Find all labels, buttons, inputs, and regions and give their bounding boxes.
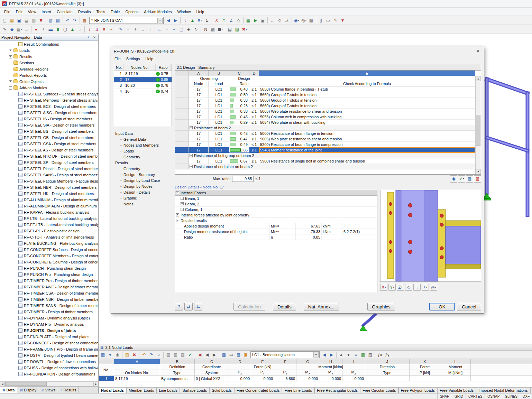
zoom-out-icon[interactable]: − [171, 26, 178, 33]
tree-item-rf-concrete-members-design-of-concrete[interactable]: RF-CONCRETE Members - Design of concrete [0, 253, 98, 259]
row-selector[interactable] [175, 153, 189, 158]
jump-next-icon[interactable]: ▶ [211, 351, 218, 358]
summary-row[interactable]: 17LC10.23≤ 15660) Group of T-stubs in te… [175, 103, 475, 109]
row-selector[interactable] [175, 158, 189, 164]
dialog-titlebar[interactable]: RF-JOINTS - [001626-model-file (3)] ✕ [111, 47, 484, 55]
tree-item-rf-concrete-surfaces-design-of-concrete[interactable]: RF-CONCRETE Surfaces - Design of concret… [0, 247, 98, 253]
export-result-table-icon[interactable]: ▨ [474, 175, 481, 183]
table-tab-imposed-nodal-deformations[interactable]: Imposed Nodal Deformations [476, 387, 530, 393]
expander-icon[interactable]: − [9, 86, 12, 90]
calculator-icon[interactable]: ▦ [235, 351, 242, 358]
menu-view[interactable]: View [25, 9, 39, 15]
dialog-nav-design-by-nodes[interactable]: ··Design by Nodes [114, 183, 172, 189]
column-letter-g[interactable]: G [296, 359, 319, 364]
table-tab-nodal-loads[interactable]: Nodal Loads [99, 387, 126, 393]
tree-item-rf-steel-aisc-design-of-steel-members[interactable]: RF-STEEL AISC - Design of steel members [0, 110, 98, 116]
previous-load-case-icon[interactable]: ◀ [165, 17, 172, 24]
view-mode-icon[interactable]: ▩ [220, 351, 228, 358]
new-support-icon[interactable]: ▲ [69, 26, 76, 33]
dialog-menu-help[interactable]: Help [143, 56, 156, 62]
ole-table-icon[interactable]: ▤ [367, 351, 374, 358]
navigator-tab-display[interactable]: ▧Display [17, 387, 39, 393]
tree-item-rf-steel-fatigue-members-fatigue-design[interactable]: RF-STEEL Fatigue Members - Fatigue desig… [0, 178, 98, 184]
summary-row[interactable]: 17LC10.45≤ 15055) Column web in compress… [175, 114, 475, 120]
column-letter-a[interactable]: A [189, 71, 209, 76]
detail-row[interactable]: +Beam, 2 [175, 201, 377, 207]
summary-row[interactable]: 17LC10.29≤ 15054) Web plate in shear wit… [175, 120, 475, 125]
x-axis-view-icon[interactable]: X [213, 17, 220, 24]
design-case-row[interactable]: 416✓0.74 [114, 89, 172, 94]
tree-item-rf-timber-nbr-design-of-timber-members[interactable]: RF-TIMBER NBR - Design of timber members [0, 296, 98, 303]
new-nodal-load-icon[interactable]: ↓ [86, 26, 93, 33]
apply-check-icon[interactable]: ✔ [186, 351, 194, 358]
user-defined-views-icon[interactable]: ◎▾ [300, 17, 308, 24]
mirror-entities-icon[interactable]: ⇄ [283, 17, 291, 24]
tree-item-result-combinations[interactable]: Result Combinations [0, 41, 98, 47]
tree-item-rf-steel-bs-design-of-steel-members[interactable]: RF-STEEL BS - Design of steel members [0, 128, 98, 134]
scrollbar-thumb[interactable] [476, 115, 480, 146]
table-tab-free-rectangular-loads[interactable]: Free Rectangular Loads [314, 387, 360, 393]
menu-help[interactable]: Help [194, 9, 207, 15]
show-row-in-graphic-icon[interactable]: ◉ [450, 175, 457, 183]
edit-mode-icon[interactable]: ✎ [1, 26, 8, 33]
tree-item-rf-steel-sia-design-of-steel-members[interactable]: RF-STEEL SIA - Design of steel members [0, 122, 98, 128]
ok-button[interactable]: OK [429, 303, 455, 310]
navigator-tab-views[interactable]: ◎Views [39, 387, 58, 393]
y-axis-view-icon[interactable]: Y [220, 17, 228, 24]
table-tab-free-circular-loads[interactable]: Free Circular Loads [360, 387, 398, 393]
menu-add-on-modules[interactable]: Add-on Modules [141, 9, 174, 15]
summary-group-row[interactable]: −Resistance of end plate on beam 2 [175, 164, 475, 169]
expander-icon[interactable]: − [176, 219, 179, 222]
tree-item-rf-foundation-design-of-foundations[interactable]: RF-FOUNDATION - Design of foundations [0, 371, 98, 377]
table-tab-free-variable-loads[interactable]: Free Variable Loads [437, 387, 476, 393]
new-member-icon[interactable]: ▬ [47, 26, 54, 33]
summary-group-row[interactable]: −Resistance of beam 2 [175, 125, 475, 131]
rotate-view-icon[interactable]: ↻ [192, 26, 200, 33]
calculation-parameters-icon[interactable]: ▣ [259, 17, 266, 24]
export-graphic-icon[interactable]: ▨ [233, 26, 241, 33]
stop-calculation-icon[interactable]: ▼ [339, 17, 346, 24]
table-filter-icon[interactable]: ▼ [107, 351, 114, 358]
detail-row[interactable]: Ratioη0.85 [175, 234, 377, 240]
tree-item-sections[interactable]: Sections [0, 60, 98, 66]
tree-item-rf-hss-design-of-connections-with-hollow-sections[interactable]: RF-HSS - Design of connections with holl… [0, 365, 98, 371]
edit-selected-icon[interactable]: ✎ [117, 26, 125, 33]
nat-annex-button[interactable]: Nat. Annex... [304, 303, 339, 310]
zoom-mode-icon[interactable]: +▾ [422, 284, 429, 291]
column-letter-c[interactable]: C [195, 359, 229, 364]
row-selector[interactable] [175, 164, 189, 169]
current-load-case-combo[interactable]: ≡ RF-JOINTS CA4 ▾ [89, 17, 164, 24]
dialog-nav-input-data[interactable]: Input Data [114, 130, 172, 136]
tree-item-rf-steel-plastic-design-of-steel-members[interactable]: RF-STEEL Plastic - Design of steel membe… [0, 166, 98, 172]
tree-item-rf-timber-awc-design-of-timber-members[interactable]: RF-TIMBER AWC - Design of timber members [0, 284, 98, 290]
column-letter-i[interactable]: I [342, 359, 365, 364]
detail-row[interactable]: −Internal Forces [175, 190, 377, 196]
zoom-all-icon[interactable]: ▢ [178, 26, 185, 33]
undo-table-icon[interactable]: ↶ [140, 351, 148, 358]
dialog-nav-nodes-and-members[interactable]: ··Nodes and Members [114, 142, 172, 148]
summary-row[interactable]: 17LC10.49≤ 15200) Resistance of beam fla… [175, 142, 475, 147]
scroll-up-icon[interactable]: ▲ [476, 76, 481, 81]
copy-icon[interactable]: ▥ [30, 17, 37, 24]
tree-item-rf-punch-punching-shear-design[interactable]: RF-PUNCH - Punching shear design [0, 265, 98, 271]
grid-settings-icon[interactable]: ▦▾ [16, 26, 23, 33]
cancel-button[interactable]: Cancel [457, 303, 481, 310]
background-color-icon[interactable]: ▩ [209, 26, 217, 33]
tree-item-rf-steel-surfaces-general-stress-analysis[interactable]: RF-STEEL Surfaces - General stress analy… [0, 91, 98, 97]
tree-item-rf-dynam-pro-dynamic-analysis[interactable]: RF-DYNAM Pro - Dynamic analysis [0, 321, 98, 327]
show-loads-icon[interactable]: ↓ [182, 17, 189, 24]
tree-item-rf-steel-sp-design-of-steel-members[interactable]: RF-STEEL SP - Design of steel members [0, 159, 98, 166]
scroll-right-icon[interactable]: ▶ [93, 382, 98, 386]
row-selector[interactable] [175, 103, 189, 109]
summary-group-row[interactable]: −Resistance of bolt group on beam 2 [175, 153, 475, 158]
delete-results-icon[interactable]: ✖▾ [241, 26, 248, 33]
save-model-icon[interactable]: ▣ [16, 17, 23, 24]
summary-vertical-scrollbar[interactable]: ▲ ▼ [475, 76, 481, 174]
tree-item-rf-steel-csa-design-of-steel-members[interactable]: RF-STEEL CSA - Design of steel members [0, 141, 98, 147]
tree-item-results[interactable]: +Results [0, 54, 98, 60]
expander-icon[interactable]: + [9, 49, 12, 52]
tree-item-average-regions[interactable]: Average Regions [0, 66, 98, 72]
menu-insert[interactable]: Insert [39, 9, 54, 15]
insert-row-icon[interactable]: ▤ [123, 351, 131, 358]
tree-item-rf-aluminum-design-of-aluminum-members[interactable]: RF-ALUMINUM - Design of aluminum members [0, 197, 98, 203]
